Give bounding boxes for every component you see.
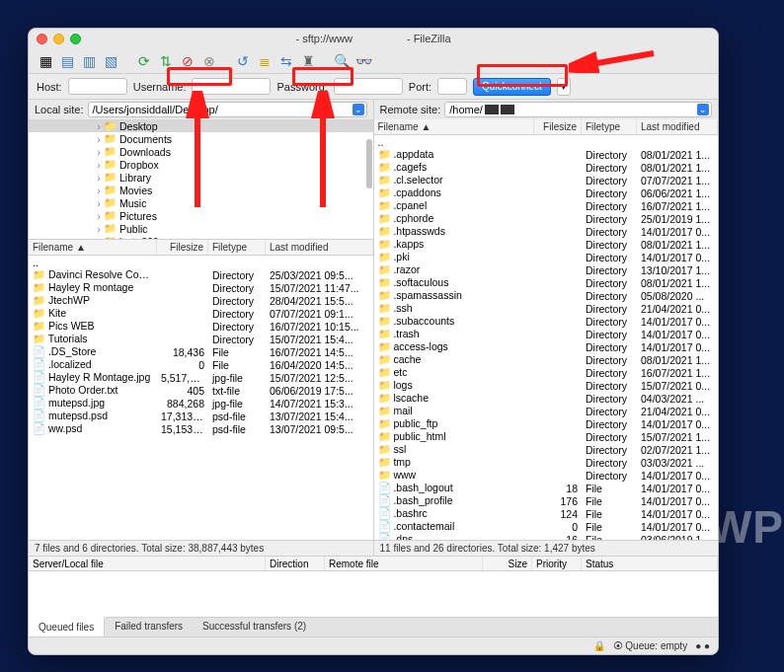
- table-row[interactable]: 📁 .trashDirectory14/01/2017 0...: [374, 328, 719, 340]
- table-row[interactable]: 📁 etcDirectory16/07/2021 1...: [374, 366, 719, 379]
- table-row[interactable]: 📁 .cagefsDirectory08/01/2021 1...: [374, 161, 719, 174]
- table-row[interactable]: 📁 public_htmlDirectory15/07/2021 1...: [374, 430, 719, 443]
- table-row[interactable]: 📁 tmpDirectory03/03/2021 ...: [374, 456, 719, 469]
- cancel-icon[interactable]: ⊘: [179, 52, 196, 70]
- disconnect-icon[interactable]: ⊗: [200, 52, 218, 70]
- search-icon[interactable]: 🔍: [333, 52, 351, 70]
- username-input[interactable]: [192, 78, 271, 95]
- quickconnect-button[interactable]: Quickconnect: [473, 78, 551, 96]
- local-tree[interactable]: ›📁Desktop›📁Documents›📁Downloads›📁Dropbox…: [29, 119, 373, 240]
- toggle-log-icon[interactable]: ▤: [58, 52, 76, 70]
- table-row[interactable]: 📁 .subaccountsDirectory14/01/2017 0...: [374, 315, 719, 328]
- col-filename[interactable]: Filename ▲: [29, 240, 157, 255]
- sync-browsing-icon[interactable]: ⇆: [277, 52, 295, 70]
- table-row[interactable]: 📄 .localized0File16/04/2020 14:5...: [29, 358, 373, 371]
- remote-path-combo[interactable]: /home/ ⌄: [444, 102, 712, 117]
- col-modified[interactable]: Last modified: [637, 119, 718, 135]
- site-manager-icon[interactable]: ▦: [37, 52, 54, 70]
- table-row[interactable]: 📁 .pkiDirectory14/01/2017 0...: [374, 251, 719, 263]
- table-row[interactable]: 📁 .sshDirectory21/04/2021 0...: [374, 302, 719, 315]
- toggle-queue-icon[interactable]: ▧: [102, 52, 119, 70]
- table-row[interactable]: 📄 .bash_logout18File14/01/2017 0...: [374, 482, 719, 494]
- table-row[interactable]: 📁 KiteDirectory07/07/2021 09:1...: [29, 307, 373, 320]
- table-row[interactable]: 📁 .razorDirectory13/10/2017 1...: [374, 263, 719, 276]
- filter-icon[interactable]: ♜: [299, 52, 317, 70]
- table-row[interactable]: 📄 .dns16File03/06/2019 1...: [374, 533, 719, 540]
- table-row[interactable]: 📁 .kappsDirectory08/01/2021 1...: [374, 238, 719, 251]
- table-row[interactable]: 📁 .softaculousDirectory08/01/2021 1...: [374, 276, 719, 289]
- table-row[interactable]: 📁 access-logsDirectory14/01/2017 0...: [374, 340, 719, 353]
- table-row[interactable]: 📄 ww.psd15,153,020psd-file13/07/2021 09:…: [29, 422, 373, 435]
- table-row[interactable]: 📄 .bash_profile176File14/01/2017 0...: [374, 494, 719, 507]
- local-path-combo[interactable]: /Users/jonsiddall/Desktop/ ⌄: [88, 102, 367, 117]
- tab-failed-transfers[interactable]: Failed transfers: [105, 618, 193, 636]
- table-row[interactable]: 📄 mutepsd.psd17,313,532psd-file13/07/202…: [29, 410, 373, 422]
- table-row[interactable]: 📁 Pics WEBDirectory16/07/2021 10:15...: [29, 320, 373, 333]
- tree-item[interactable]: ›📁Music: [29, 196, 373, 209]
- table-row[interactable]: 📁 .spamassassinDirectory05/08/2020 ...: [374, 289, 719, 302]
- table-row[interactable]: 📁 .cl.selectorDirectory07/07/2021 1...: [374, 174, 719, 187]
- table-row[interactable]: 📄 Photo Order.txt405txt-file06/06/2019 1…: [29, 384, 373, 397]
- table-row[interactable]: 📄 .DS_Store18,436File16/07/2021 14:5...: [29, 345, 373, 358]
- tree-item[interactable]: ›📁Public: [29, 222, 373, 235]
- reconnect-icon[interactable]: ↺: [234, 52, 252, 70]
- table-row[interactable]: 📁 .cphordeDirectory25/01/2019 1...: [374, 212, 719, 225]
- tree-item[interactable]: ›📁Documents: [29, 132, 373, 145]
- host-input[interactable]: [68, 78, 127, 95]
- remote-file-list[interactable]: ..📁 .appdataDirectory08/01/2021 1...📁 .c…: [374, 135, 719, 540]
- table-row[interactable]: 📁 TutorialsDirectory15/07/2021 15:4...: [29, 333, 373, 345]
- table-row[interactable]: 📁 Hayley R montageDirectory15/07/2021 11…: [29, 281, 373, 294]
- col-size[interactable]: Size: [483, 557, 532, 570]
- chevron-down-icon[interactable]: ⌄: [353, 104, 364, 115]
- table-row[interactable]: 📄 Hayley R Montage.jpg5,517,782jpg-file1…: [29, 371, 373, 384]
- table-row[interactable]: 📁 lscacheDirectory04/03/2021 ...: [374, 392, 719, 405]
- find-icon[interactable]: 👓: [354, 52, 372, 70]
- col-server-file[interactable]: Server/Local file: [29, 557, 266, 570]
- col-remote-file[interactable]: Remote file: [325, 557, 483, 570]
- table-row[interactable]: 📁 .htpasswdsDirectory14/01/2017 0...: [374, 225, 719, 238]
- local-file-list[interactable]: ..📁 Davinci Resolve Cour...Directory25/0…: [29, 256, 373, 540]
- table-row[interactable]: 📁 public_ftpDirectory14/01/2017 0...: [374, 417, 719, 430]
- tree-item[interactable]: ›📁Desktop: [29, 119, 373, 132]
- tree-item[interactable]: ›📁Movies: [29, 184, 373, 196]
- col-priority[interactable]: Priority: [532, 557, 582, 570]
- scrollbar[interactable]: [366, 139, 372, 188]
- col-filetype[interactable]: Filetype: [208, 240, 266, 255]
- table-row[interactable]: 📁 .cpaddonsDirectory06/06/2021 1...: [374, 187, 719, 199]
- table-row[interactable]: 📁 mailDirectory21/04/2021 0...: [374, 405, 719, 417]
- local-list-header[interactable]: Filename ▲ Filesize Filetype Last modifi…: [29, 240, 373, 256]
- col-filesize[interactable]: Filesize: [534, 119, 582, 135]
- tab-successful-transfers[interactable]: Successful transfers (2): [193, 618, 316, 636]
- table-row[interactable]: 📄 .bashrc124File14/01/2017 0...: [374, 507, 719, 520]
- tree-item[interactable]: ›📁Library: [29, 171, 373, 184]
- col-status[interactable]: Status: [582, 557, 718, 570]
- col-modified[interactable]: Last modified: [266, 240, 373, 255]
- table-row[interactable]: 📁 .appdataDirectory08/01/2021 1...: [374, 148, 719, 161]
- table-row[interactable]: 📁 logsDirectory15/07/2021 0...: [374, 379, 719, 392]
- col-filename[interactable]: Filename ▲: [374, 119, 535, 135]
- col-filetype[interactable]: Filetype: [582, 119, 637, 135]
- col-direction[interactable]: Direction: [266, 557, 325, 570]
- chevron-down-icon[interactable]: ⌄: [697, 104, 709, 115]
- table-row[interactable]: 📁 cacheDirectory08/01/2021 1...: [374, 353, 719, 366]
- port-input[interactable]: [437, 78, 467, 95]
- toggle-tree-icon[interactable]: ▥: [80, 52, 98, 70]
- refresh-icon[interactable]: ⟳: [135, 52, 153, 70]
- table-row[interactable]: ..: [29, 256, 373, 268]
- table-row[interactable]: 📁 Davinci Resolve Cour...Directory25/03/…: [29, 268, 373, 281]
- table-row[interactable]: ..: [374, 135, 719, 148]
- tree-item[interactable]: ›📁Pictures: [29, 209, 373, 222]
- tree-item[interactable]: ›📁insta360: [29, 235, 373, 240]
- tree-item[interactable]: ›📁Dropbox: [29, 158, 373, 171]
- queue-body[interactable]: [29, 571, 718, 617]
- table-row[interactable]: 📄 .contactemail0File14/01/2017 0...: [374, 520, 719, 533]
- compare-icon[interactable]: ≣: [256, 52, 274, 70]
- quickconnect-history-button[interactable]: ▾: [557, 78, 571, 96]
- table-row[interactable]: 📁 wwwDirectory14/01/2017 0...: [374, 469, 719, 482]
- col-filesize[interactable]: Filesize: [157, 240, 208, 255]
- table-row[interactable]: 📄 mutepsd.jpg884,268jpg-file14/07/2021 1…: [29, 397, 373, 410]
- table-row[interactable]: 📁 JtechWPDirectory28/04/2021 15:5...: [29, 294, 373, 307]
- password-input[interactable]: [334, 78, 403, 95]
- table-row[interactable]: 📁 sslDirectory02/07/2021 1...: [374, 443, 719, 456]
- tab-queued-files[interactable]: Queued files: [29, 617, 105, 636]
